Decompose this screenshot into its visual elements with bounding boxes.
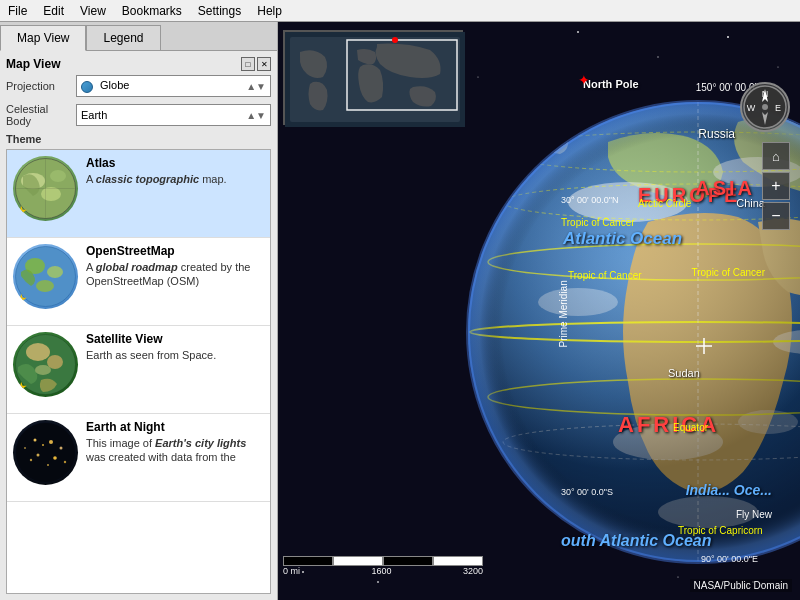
theme-night[interactable]: Earth at Night This image of Earth's cit… xyxy=(7,414,270,502)
close-icon[interactable]: ✕ xyxy=(257,57,271,71)
svg-point-25 xyxy=(47,464,49,466)
label-tropic-cancer-top: Tropic of Cancer xyxy=(561,217,635,228)
svg-point-10 xyxy=(36,280,54,292)
osm-star: ★ xyxy=(15,291,28,307)
label-indian-ocean: India... Oce... xyxy=(686,482,772,498)
satellite-thumbnail: ★ xyxy=(13,332,78,397)
svg-point-22 xyxy=(53,456,57,460)
theme-list: ★ Atlas A classic topographic map. xyxy=(6,149,271,594)
label-tropic-capricorn: Tropic of Capricorn xyxy=(678,525,763,536)
restore-icon[interactable]: □ xyxy=(241,57,255,71)
theme-atlas[interactable]: ★ Atlas A classic topographic map. xyxy=(7,150,270,238)
label-tropic-cancer-line: Tropic of Cancer xyxy=(568,270,642,281)
svg-point-9 xyxy=(47,266,63,278)
coord-30s: 30° 00' 0.0"S xyxy=(561,487,613,497)
night-thumbnail xyxy=(13,420,78,485)
menu-view[interactable]: View xyxy=(72,2,114,20)
home-button[interactable]: ⌂ xyxy=(762,142,790,170)
label-arctic-circle: Arctic Circle xyxy=(638,198,691,209)
atlas-name: Atlas xyxy=(86,156,264,170)
svg-point-78 xyxy=(762,104,768,110)
menu-edit[interactable]: Edit xyxy=(35,2,72,20)
night-name: Earth at Night xyxy=(86,420,264,434)
projection-arrow: ▲▼ xyxy=(246,81,266,92)
svg-point-69 xyxy=(392,37,398,43)
atlas-desc: A classic topographic map. xyxy=(86,172,264,186)
theme-label: Theme xyxy=(6,133,271,145)
celestial-body-label: Celestial Body xyxy=(6,103,76,127)
celestial-body-dropdown[interactable]: Earth ▲▼ xyxy=(76,104,271,126)
atlas-thumbnail: ★ xyxy=(13,156,78,221)
svg-point-21 xyxy=(37,454,40,457)
svg-point-3 xyxy=(41,187,61,201)
mapview-header: Map View □ ✕ xyxy=(6,57,271,71)
svg-point-26 xyxy=(24,447,26,449)
scale-seg-4 xyxy=(433,556,483,566)
osm-info: OpenStreetMap A global roadmap created b… xyxy=(86,244,264,289)
zoom-out-button[interactable]: − xyxy=(762,202,790,230)
map-controls: ⌂ + − xyxy=(762,142,790,230)
satellite-star: ★ xyxy=(15,379,28,395)
satellite-name: Satellite View xyxy=(86,332,264,346)
scale-labels: 0 mi 1600 3200 xyxy=(283,566,483,576)
svg-point-23 xyxy=(30,459,32,461)
menu-bookmarks[interactable]: Bookmarks xyxy=(114,2,190,20)
svg-point-15 xyxy=(35,365,51,375)
scale-label-0: 0 mi xyxy=(283,566,300,576)
svg-point-13 xyxy=(26,343,50,361)
svg-point-18 xyxy=(34,439,37,442)
tab-bar: Map View Legend xyxy=(0,22,277,51)
night-info: Earth at Night This image of Earth's cit… xyxy=(86,420,264,465)
scale-seg-3 xyxy=(383,556,433,566)
svg-text:N: N xyxy=(762,89,769,99)
svg-point-24 xyxy=(60,447,63,450)
label-sudan: Sudan xyxy=(668,367,700,379)
globe-icon xyxy=(81,81,93,93)
label-equator: Equator xyxy=(673,422,708,433)
window-icons: □ ✕ xyxy=(241,57,271,71)
menu-file[interactable]: File xyxy=(0,2,35,20)
projection-label: Projection xyxy=(6,80,76,92)
satellite-info: Satellite View Earth as seen from Space. xyxy=(86,332,264,362)
scale-seg-2 xyxy=(333,556,383,566)
projection-dropdown[interactable]: Globe ▲▼ xyxy=(76,75,271,97)
mini-map-svg xyxy=(285,32,465,127)
menu-help[interactable]: Help xyxy=(249,2,290,20)
svg-point-27 xyxy=(64,461,66,463)
north-pole-marker: ✦ xyxy=(578,72,590,88)
celestial-body-value: Earth xyxy=(81,109,107,121)
compass-svg: E W N xyxy=(742,84,788,130)
svg-text:W: W xyxy=(747,103,756,113)
osm-desc: A global roadmap created by the OpenStre… xyxy=(86,260,264,289)
theme-satellite[interactable]: ★ Satellite View Earth as seen from Spac… xyxy=(7,326,270,414)
label-prime-meridian: Prime Meridian xyxy=(558,280,569,347)
label-atlantic-ocean: Atlantic Ocean xyxy=(563,229,682,249)
svg-point-14 xyxy=(47,355,63,369)
osm-name: OpenStreetMap xyxy=(86,244,264,258)
nav-compass[interactable]: E W N xyxy=(740,82,790,132)
svg-point-17 xyxy=(16,423,76,483)
svg-point-20 xyxy=(49,440,53,444)
atlas-star: ★ xyxy=(15,203,28,219)
attribution: NASA/Public Domain xyxy=(690,579,792,592)
celestial-body-arrow: ▲▼ xyxy=(246,110,266,121)
tab-map-view[interactable]: Map View xyxy=(0,25,86,51)
svg-text:E: E xyxy=(775,103,781,113)
svg-point-19 xyxy=(42,444,44,446)
atlas-info: Atlas A classic topographic map. xyxy=(86,156,264,186)
menu-settings[interactable]: Settings xyxy=(190,2,249,20)
coord-bottom-right: 90° 00' 00.0"E xyxy=(701,554,758,564)
label-russia: Russia xyxy=(698,127,735,141)
osm-thumbnail: ★ xyxy=(13,244,78,309)
theme-osm[interactable]: ★ OpenStreetMap A global roadmap created… xyxy=(7,238,270,326)
zoom-in-button[interactable]: + xyxy=(762,172,790,200)
label-fly-new: Fly New xyxy=(736,509,772,520)
map-view[interactable]: 150° 00' 00.0" North Pole ✦ 30° 00' 00.0… xyxy=(278,22,800,600)
mini-map[interactable] xyxy=(283,30,463,125)
panel-content: Map View □ ✕ Projection Globe ▲▼ xyxy=(0,51,277,600)
coord-30n: 30° 00' 00.0"N xyxy=(561,195,619,205)
tab-legend[interactable]: Legend xyxy=(86,25,160,50)
projection-value: Globe xyxy=(81,79,129,92)
celestial-body-row: Celestial Body Earth ▲▼ xyxy=(6,103,271,127)
label-china: China xyxy=(736,197,765,209)
